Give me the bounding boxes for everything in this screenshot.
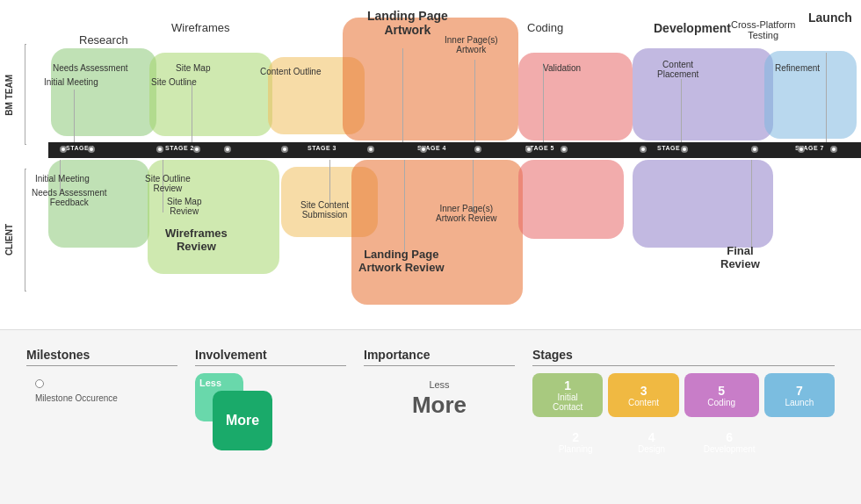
importance-more-label: More [412, 392, 467, 419]
label-site-outline: Site Outline [151, 77, 197, 87]
stage-box-5: 5 Coding [684, 373, 759, 417]
stage-name-7: Launch [785, 398, 814, 407]
dot-3a [281, 146, 288, 153]
label-content-outline: Content Outline [260, 67, 322, 76]
dot-6a [640, 146, 647, 153]
label-content-placement: ContentPlacement [657, 60, 698, 79]
milestones-title: Milestones [26, 348, 177, 366]
bm-team-bracket-vertical [25, 44, 26, 145]
stage-name-3: Content [628, 398, 659, 407]
stage-num-3: 3 [640, 384, 648, 398]
vline-coding [543, 63, 544, 144]
dot-4b [420, 146, 427, 153]
importance-visual: Less More [364, 379, 515, 419]
milestone-occurrence-label: Milestone Occurence [35, 393, 118, 403]
stage-name-1: InitialContact [553, 392, 582, 412]
legend-milestones: Milestones Milestone Occurence [18, 348, 186, 403]
dot-5a [525, 146, 532, 153]
stage-box-7: 7 Launch [764, 373, 835, 417]
vline-landing [402, 48, 403, 144]
label-wireframes: Wireframes [171, 21, 229, 34]
stage-label-2: STAGE 2 [165, 145, 194, 151]
dot-7b [830, 146, 837, 153]
stage-box-4: 4 Design [624, 422, 678, 462]
dot-2c [224, 146, 231, 153]
label-landing-page-review: Landing PageArtwork Review [358, 248, 445, 274]
vline-launch [826, 53, 827, 144]
dot-6c [751, 146, 758, 153]
milestone-dot-legend [35, 379, 44, 388]
label-validation: Validation [543, 63, 581, 73]
stage-num-5: 5 [718, 384, 725, 398]
label-inner-pages-review: Inner Page(s)Artwork Review [436, 204, 496, 223]
dot-4c [474, 146, 481, 153]
label-refinement: Refinement [775, 63, 820, 73]
label-landing-page-artwork: Landing PageArtwork [367, 9, 448, 37]
label-research: Research [79, 33, 128, 47]
vline-wireframes [192, 83, 192, 144]
stage-name-4: Design [638, 444, 665, 454]
dot-7a [798, 146, 805, 153]
blob-stage4-client [351, 160, 523, 305]
diagram-area: BM TEAM CLIENT STAGE 1 STAGE 2 STAGE 3 S… [0, 0, 861, 325]
vline-below-final [751, 160, 752, 248]
label-site-map-review: Site MapReview [167, 197, 201, 216]
blob-stage6-bm [633, 48, 773, 140]
stage-num-1: 1 [564, 378, 571, 392]
stage-name-6: Development [704, 444, 756, 454]
blob-stage5-client [518, 160, 624, 239]
label-initial-meeting-client: Initial Meeting [35, 174, 90, 184]
legend-area: Milestones Milestone Occurence Involveme… [0, 329, 861, 504]
involvement-title: Involvement [195, 348, 346, 366]
client-label: CLIENT [4, 224, 14, 256]
vline-research [74, 90, 75, 144]
stage-label-3: STAGE 3 [308, 145, 336, 151]
bm-team-label: BM TEAM [4, 75, 14, 116]
stage-box-3: 3 Content [608, 373, 678, 417]
label-launch: Launch [808, 11, 852, 25]
dot-1a [60, 146, 67, 153]
blob-stage6-client [633, 160, 773, 248]
stage-num-4: 4 [648, 430, 655, 444]
label-development: Development [654, 21, 731, 35]
label-needs-assessment-feedback: Needs AssessmentFeedback [32, 188, 107, 207]
label-site-map: Site Map [176, 63, 210, 73]
vline-below-content-sub [329, 160, 330, 204]
dot-1b [88, 146, 95, 153]
label-final-review: FinalReview [720, 244, 760, 270]
stage-num-6: 6 [726, 430, 733, 444]
label-initial-meeting-bm: Initial Meeting [44, 77, 98, 87]
stage-box-2: 2 Planning [548, 422, 603, 462]
stage-name-5: Coding [707, 398, 735, 407]
vline-below-landing-review [404, 160, 405, 252]
label-needs-assessment: Needs Assessment [53, 63, 128, 73]
vline-inner-pages [474, 60, 475, 144]
importance-less-label: Less [429, 379, 449, 390]
label-site-content-submission: Site ContentSubmission [300, 200, 349, 220]
stage-name-2: Planning [559, 444, 593, 454]
label-coding: Coding [527, 21, 563, 34]
legend-importance: Importance Less More [355, 348, 524, 419]
vline-development [681, 79, 682, 144]
client-bracket-vertical [25, 169, 26, 292]
dot-2a [156, 146, 163, 153]
dot-4a [367, 146, 374, 153]
involvement-more-box: More [213, 391, 272, 450]
legend-involvement: Involvement Less More [186, 348, 355, 465]
blob-stage2-bm [149, 53, 272, 136]
label-site-outline-review: Site OutlineReview [145, 174, 191, 193]
dot-5b [561, 146, 568, 153]
stages-legend-title: Stages [532, 348, 835, 366]
stage-box-6: 6 Development [700, 422, 759, 462]
dot-2b [193, 146, 200, 153]
label-cross-platform: Cross-PlatformTesting [731, 19, 795, 40]
importance-title: Importance [364, 348, 515, 366]
label-wireframes-review: WireframesReview [165, 227, 228, 253]
label-inner-pages-artwork: Inner Page(s)Artwork [445, 35, 498, 54]
stage-box-1: 1 InitialContact [532, 373, 603, 417]
dot-6b [681, 146, 688, 153]
stage-num-7: 7 [796, 384, 803, 398]
legend-stages: Stages 1 InitialContact 3 Content 5 Codi… [524, 348, 843, 462]
blob-stage1-bm [51, 48, 156, 136]
stage-num-2: 2 [572, 430, 579, 444]
